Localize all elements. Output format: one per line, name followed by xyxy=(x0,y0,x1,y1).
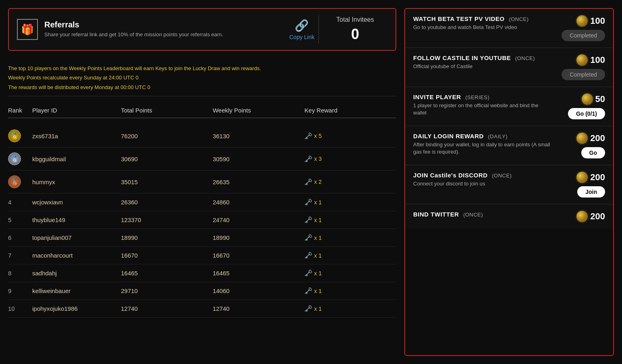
points-display: 200 xyxy=(576,172,605,183)
total-points-cell: 18990 xyxy=(121,234,213,241)
rank-cell: 🥉 xyxy=(8,175,32,188)
rank-num: 4 xyxy=(8,199,11,206)
key-reward-cell: 🗝️ x 2 xyxy=(304,178,396,186)
key-reward-value: x 1 xyxy=(314,217,322,223)
mission-item: JOIN Castile's DISCORD (ONCE) Connect yo… xyxy=(405,165,613,204)
total-points-cell: 123370 xyxy=(121,216,213,223)
key-icon: 🗝️ xyxy=(304,252,312,259)
mission-reward: 100 Completed xyxy=(553,54,605,80)
rank-num: 10 xyxy=(8,305,15,312)
key-reward-value: x 1 xyxy=(314,199,322,206)
referral-title: Referrals xyxy=(44,20,223,29)
mission-item: FOLLOW CASTILE IN YOUTUBE (ONCE) Officia… xyxy=(405,48,613,87)
divider xyxy=(318,15,319,44)
info-line3: The rewards will be distributed every Mo… xyxy=(8,83,396,92)
mission-title: JOIN Castile's DISCORD (ONCE) xyxy=(413,172,553,179)
table-row: 6 topanjulian007 18990 18990 🗝️ x 1 xyxy=(8,229,396,247)
player-id-cell: wcjowxiavn xyxy=(32,199,121,206)
mission-frequency: (ONCE) xyxy=(492,173,512,179)
col-rank: Rank xyxy=(8,107,32,114)
total-invitees-value: 0 xyxy=(351,26,359,43)
mission-reward: 200 Join xyxy=(553,172,605,198)
points-value: 50 xyxy=(595,94,605,104)
table-row: 7 maconharcourt 16670 16670 🗝️ x 1 xyxy=(8,247,396,264)
rank-badge-1: 🥇 xyxy=(8,129,21,142)
player-id-cell: kelliweinbauer xyxy=(32,287,121,294)
key-reward-cell: 🗝️ x 1 xyxy=(304,287,396,295)
key-icon: 🗝️ xyxy=(304,155,312,163)
mission-description: 1 player to register on the official web… xyxy=(413,102,553,116)
mission-title-group: DAILY LOGIN REWARD (DAILY) After binding… xyxy=(413,133,553,156)
key-reward-value: x 5 xyxy=(314,133,322,139)
points-display: 200 xyxy=(576,211,605,222)
mission-reward: 50 Go (0/1) xyxy=(553,94,605,119)
key-icon: 🗝️ xyxy=(304,178,312,186)
referral-box: 🎁 Referrals Share your referral link and… xyxy=(8,8,396,51)
weekly-points-cell: 26635 xyxy=(213,179,305,185)
rank-num: 9 xyxy=(8,287,11,294)
total-points-cell: 30690 xyxy=(121,156,213,162)
leaderboard-table: 🥇 zxs6731a 76200 36130 🗝️ x 5 🥈 kbgguild… xyxy=(8,125,396,318)
col-key-reward: Key Reward xyxy=(304,107,396,114)
key-reward-value: x 1 xyxy=(314,252,322,259)
go-button[interactable]: Join xyxy=(577,186,605,198)
mission-header: INVITE PLAYER (SERIES) 1 player to regis… xyxy=(413,94,605,119)
mission-item: BIND TWITTER (ONCE) 200 xyxy=(405,204,613,229)
completed-button: Completed xyxy=(562,69,605,80)
col-player-id: Player ID xyxy=(32,107,121,114)
copy-link-button[interactable]: 🔗 Copy Link xyxy=(289,19,314,40)
key-reward-cell: 🗝️ x 3 xyxy=(304,155,396,163)
points-display: 50 xyxy=(582,94,605,105)
mission-title-group: INVITE PLAYER (SERIES) 1 player to regis… xyxy=(413,94,553,116)
mission-title: DAILY LOGIN REWARD (DAILY) xyxy=(413,133,553,139)
mission-description: Go to youtube and watch Beta Test PV vid… xyxy=(413,24,553,31)
total-points-cell: 16465 xyxy=(121,270,213,277)
table-row: 5 thuyblue149 123370 24740 🗝️ x 1 xyxy=(8,211,396,229)
weekly-points-cell: 12740 xyxy=(213,305,305,312)
key-reward-value: x 1 xyxy=(314,270,322,277)
mission-item: INVITE PLAYER (SERIES) 1 player to regis… xyxy=(405,87,613,126)
table-row: 9 kelliweinbauer 29710 14060 🗝️ x 1 xyxy=(8,282,396,300)
key-icon: 🗝️ xyxy=(304,287,312,295)
key-reward-cell: 🗝️ x 1 xyxy=(304,269,396,277)
go-button[interactable]: Go xyxy=(581,147,605,158)
mission-reward: 200 xyxy=(553,211,605,222)
total-points-cell: 16670 xyxy=(121,252,213,259)
points-display: 100 xyxy=(576,15,605,27)
mission-header: JOIN Castile's DISCORD (ONCE) Connect yo… xyxy=(413,172,605,198)
mission-frequency: (SERIES) xyxy=(465,94,489,100)
table-row: 10 ipohyxojuko1986 12740 12740 🗝️ x 1 xyxy=(8,300,396,318)
player-id-cell: hummyx xyxy=(32,179,121,185)
table-row: 4 wcjowxiavn 26360 24860 🗝️ x 1 xyxy=(8,193,396,211)
rank-cell: 10 xyxy=(8,305,32,312)
coin-icon xyxy=(582,94,593,105)
weekly-points-cell: 24740 xyxy=(213,216,305,223)
total-points-cell: 26360 xyxy=(121,199,213,206)
weekly-points-cell: 30590 xyxy=(213,156,305,162)
key-icon: 🗝️ xyxy=(304,216,312,224)
key-reward-value: x 1 xyxy=(314,235,322,241)
key-reward-value: x 3 xyxy=(314,156,322,162)
mission-header: WATCH BETA TEST PV VIDEO (ONCE) Go to yo… xyxy=(413,15,605,41)
key-icon: 🗝️ xyxy=(304,132,312,140)
go-button[interactable]: Go (0/1) xyxy=(568,108,605,119)
referral-right: 🔗 Copy Link Total Invitees 0 xyxy=(289,15,387,44)
mission-description: After binding your wallet, log in daily … xyxy=(413,141,553,156)
total-invitees-label: Total Invitees xyxy=(336,16,374,23)
key-reward-cell: 🗝️ x 1 xyxy=(304,216,396,224)
mission-title-group: BIND TWITTER (ONCE) xyxy=(413,211,553,218)
mission-header: DAILY LOGIN REWARD (DAILY) After binding… xyxy=(413,133,605,158)
weekly-points-cell: 36130 xyxy=(213,133,305,139)
key-reward-cell: 🗝️ x 1 xyxy=(304,305,396,312)
rank-badge-2: 🥈 xyxy=(8,152,21,165)
mission-title: INVITE PLAYER (SERIES) xyxy=(413,94,553,100)
coin-icon xyxy=(576,15,588,27)
copy-link-label: Copy Link xyxy=(289,34,314,40)
info-line1: The top 10 players on the Weekly Points … xyxy=(8,64,396,73)
weekly-points-cell: 16465 xyxy=(213,270,305,277)
mission-title: FOLLOW CASTILE IN YOUTUBE (ONCE) xyxy=(413,54,553,61)
rank-num: 7 xyxy=(8,252,11,259)
gift-icon: 🎁 xyxy=(17,19,38,40)
key-reward-value: x 2 xyxy=(314,179,322,185)
mission-description: Connect your discord to join us xyxy=(413,180,553,187)
